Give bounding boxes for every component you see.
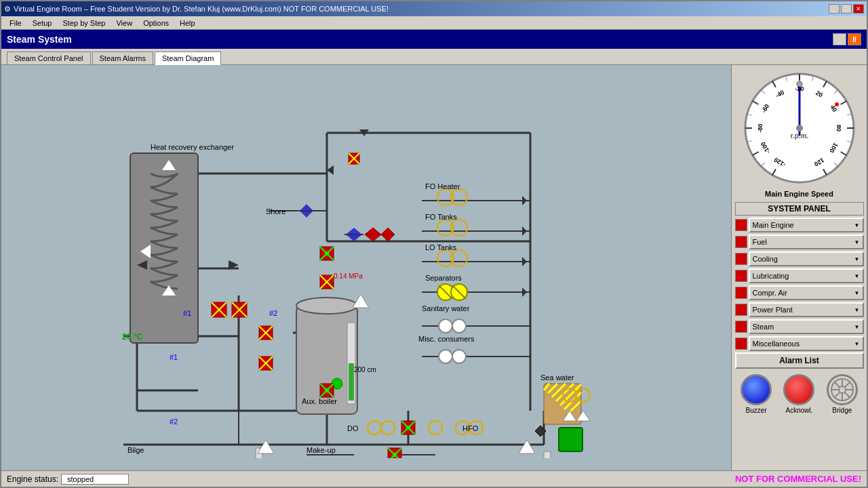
svg-text:Make-up: Make-up bbox=[307, 446, 336, 454]
engine-status-label: Engine status: bbox=[7, 474, 58, 484]
svg-text:Sea water: Sea water bbox=[540, 373, 574, 382]
speedometer-gauge: -120 -100 -80 -60 -40 -20 20 40 80 100 1… bbox=[742, 70, 857, 186]
svg-text:Sanitary water: Sanitary water bbox=[422, 304, 470, 312]
maximize-button[interactable]: □ bbox=[841, 4, 852, 14]
power-plant-button[interactable]: Power Plant ▼ bbox=[749, 302, 864, 317]
svg-text:#2: #2 bbox=[170, 418, 178, 426]
lubricating-button[interactable]: Lubricating ▼ bbox=[749, 268, 864, 283]
power-plant-indicator bbox=[735, 304, 747, 316]
panel-row-cooling: Cooling ▼ bbox=[735, 251, 864, 267]
svg-rect-147 bbox=[393, 453, 397, 457]
main-engine-button[interactable]: Main Engine ▼ bbox=[749, 218, 864, 232]
bottom-buttons: Buzzer Acknowl. bbox=[735, 374, 864, 414]
diagram-area: #1 #2 #1 #2 20 °C 0.14 MPa 200 cm Heat r… bbox=[1, 65, 731, 473]
buzzer-container: Buzzer bbox=[741, 374, 772, 414]
svg-rect-122 bbox=[325, 388, 329, 392]
steam-indicator bbox=[735, 321, 747, 333]
app-window: ⚙ Virtual Engine Room – Free Student Ver… bbox=[0, 0, 868, 488]
svg-rect-109 bbox=[325, 251, 329, 256]
main-content: #1 #2 #1 #2 20 °C 0.14 MPa 200 cm Heat r… bbox=[1, 65, 867, 473]
menu-setup[interactable]: Setup bbox=[27, 18, 58, 28]
svg-text:80: 80 bbox=[835, 125, 842, 131]
close-button[interactable]: ✕ bbox=[853, 4, 864, 14]
panel-row-main-engine: Main Engine ▼ bbox=[735, 217, 864, 233]
svg-text:20 °C: 20 °C bbox=[122, 332, 142, 342]
header-minimize[interactable]: _ bbox=[833, 33, 846, 45]
bridge-container: Bridge bbox=[827, 374, 858, 414]
status-bar: Engine status: stopped NOT FOR COMMERCIA… bbox=[1, 470, 867, 487]
svg-text:#1: #1 bbox=[170, 353, 178, 361]
steam-diagram-svg: #1 #2 #1 #2 20 °C 0.14 MPa 200 cm Heat r… bbox=[1, 65, 605, 458]
system-header: Steam System _ II bbox=[1, 30, 867, 49]
svg-text:-80: -80 bbox=[757, 123, 764, 132]
svg-text:LO Tanks: LO Tanks bbox=[425, 243, 457, 251]
window-title: Virtual Engine Room – Free Student Versi… bbox=[14, 5, 389, 13]
steam-button[interactable]: Steam ▼ bbox=[749, 319, 864, 334]
engine-status: Engine status: stopped bbox=[7, 474, 129, 485]
miscellaneous-dropdown[interactable]: ▼ bbox=[854, 341, 860, 347]
fuel-dropdown[interactable]: ▼ bbox=[854, 239, 860, 245]
menu-bar: File Setup Step by Step View Options Hel… bbox=[1, 16, 867, 30]
menu-step-by-step[interactable]: Step by Step bbox=[57, 18, 111, 28]
svg-text:Shore: Shore bbox=[266, 207, 285, 216]
menu-help[interactable]: Help bbox=[174, 18, 201, 28]
main-engine-speed-label: Main Engine Speed bbox=[765, 190, 833, 198]
fuel-indicator bbox=[735, 236, 747, 248]
tab-steam-control-panel[interactable]: Steam Control Panel bbox=[7, 52, 91, 64]
panel-row-miscellaneous: Miscellaneous ▼ bbox=[735, 336, 864, 352]
cooling-dropdown[interactable]: ▼ bbox=[854, 256, 860, 262]
helm-icon bbox=[830, 378, 854, 402]
menu-view[interactable]: View bbox=[111, 18, 138, 28]
svg-point-224 bbox=[797, 81, 802, 87]
svg-rect-68 bbox=[559, 428, 583, 451]
miscellaneous-indicator bbox=[735, 338, 747, 350]
svg-rect-142 bbox=[406, 426, 410, 430]
lubricating-dropdown[interactable]: ▼ bbox=[854, 273, 860, 279]
acknowl-container: Acknowl. bbox=[783, 374, 814, 414]
engine-status-value: stopped bbox=[61, 474, 129, 485]
svg-point-52 bbox=[439, 319, 452, 333]
commercial-warning: NOT FOR COMMERCIAL USE! bbox=[735, 474, 861, 484]
menu-file[interactable]: File bbox=[4, 18, 27, 28]
cooling-indicator bbox=[735, 253, 747, 265]
alarm-list-button[interactable]: Alarm List bbox=[735, 352, 864, 369]
tab-steam-alarms[interactable]: Steam Alarms bbox=[92, 52, 153, 64]
buzzer-button[interactable] bbox=[741, 374, 772, 405]
svg-text:0.14 MPa: 0.14 MPa bbox=[334, 272, 363, 280]
svg-text:FO Tanks: FO Tanks bbox=[425, 213, 457, 221]
bridge-label: Bridge bbox=[832, 407, 852, 414]
buzzer-label: Buzzer bbox=[746, 407, 767, 414]
steam-dropdown[interactable]: ▼ bbox=[854, 324, 860, 330]
svg-point-53 bbox=[452, 319, 466, 333]
power-plant-dropdown[interactable]: ▼ bbox=[854, 307, 860, 313]
compr-air-button[interactable]: Compr. Air ▼ bbox=[749, 285, 864, 300]
svg-text:#1: #1 bbox=[183, 309, 191, 317]
pause-button[interactable]: II bbox=[848, 33, 861, 45]
svg-text:Bilge: Bilge bbox=[127, 446, 144, 454]
svg-point-226 bbox=[839, 386, 846, 393]
svg-text:Aux. boiler: Aux. boiler bbox=[302, 397, 337, 405]
compr-air-dropdown[interactable]: ▼ bbox=[854, 290, 860, 296]
svg-text:Heat recovery exchanger: Heat recovery exchanger bbox=[151, 143, 234, 151]
svg-point-38 bbox=[296, 298, 357, 314]
fuel-button[interactable]: Fuel ▼ bbox=[749, 235, 864, 249]
compr-air-indicator bbox=[735, 287, 747, 299]
tab-steam-diagram[interactable]: Steam Diagram bbox=[155, 52, 221, 65]
svg-line-231 bbox=[834, 382, 840, 387]
title-bar-left: ⚙ Virtual Engine Room – Free Student Ver… bbox=[4, 5, 389, 14]
svg-rect-40 bbox=[349, 363, 354, 401]
panel-row-lubricating: Lubricating ▼ bbox=[735, 268, 864, 284]
app-icon: ⚙ bbox=[4, 5, 11, 14]
cooling-button[interactable]: Cooling ▼ bbox=[749, 251, 864, 266]
svg-line-234 bbox=[834, 392, 840, 398]
acknowl-button[interactable] bbox=[783, 374, 814, 405]
main-engine-dropdown[interactable]: ▼ bbox=[854, 222, 860, 228]
bridge-button[interactable] bbox=[827, 374, 858, 405]
minimize-button[interactable]: _ bbox=[829, 4, 840, 14]
svg-text:Misc. consumers: Misc. consumers bbox=[418, 335, 475, 343]
system-panel: SYSTEM PANEL Main Engine ▼ Fuel ▼ bbox=[735, 202, 864, 371]
svg-text:HFO: HFO bbox=[462, 424, 479, 432]
menu-options[interactable]: Options bbox=[138, 18, 174, 28]
miscellaneous-button[interactable]: Miscellaneous ▼ bbox=[749, 336, 864, 351]
system-panel-title: SYSTEM PANEL bbox=[735, 202, 864, 216]
